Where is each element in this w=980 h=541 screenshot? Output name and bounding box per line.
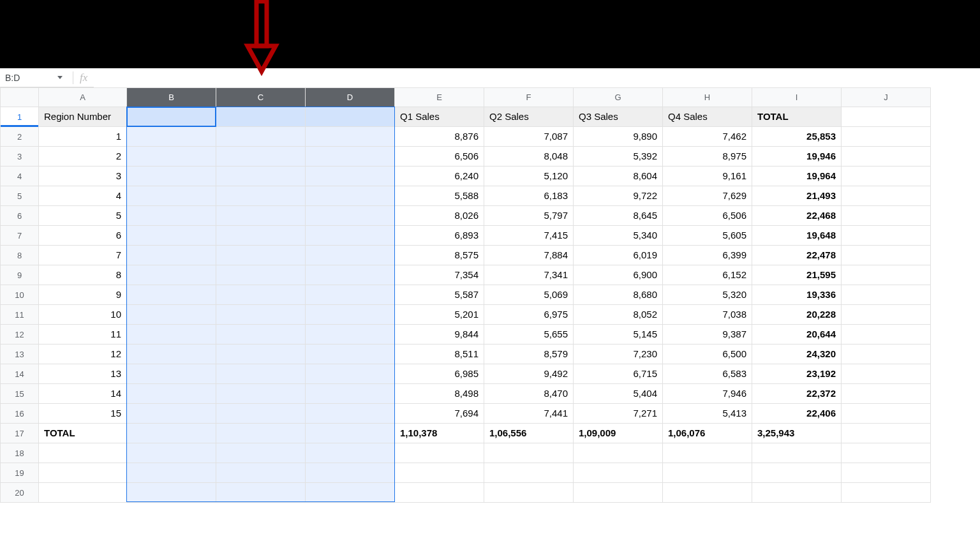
cell-B15[interactable] bbox=[127, 384, 216, 404]
cell-I11[interactable]: 20,228 bbox=[752, 305, 842, 325]
cell-A20[interactable] bbox=[39, 483, 127, 503]
cell-B8[interactable] bbox=[127, 246, 216, 265]
cell-I13[interactable]: 24,320 bbox=[752, 345, 842, 364]
cell-J11[interactable] bbox=[842, 305, 931, 325]
cell-I1[interactable]: TOTAL bbox=[752, 107, 842, 127]
cell-C6[interactable] bbox=[216, 206, 306, 226]
cell-D4[interactable] bbox=[306, 167, 395, 186]
cell-B11[interactable] bbox=[127, 305, 216, 325]
cell-C10[interactable] bbox=[216, 285, 306, 305]
cell-A6[interactable]: 5 bbox=[39, 206, 127, 226]
cell-H12[interactable]: 9,387 bbox=[663, 325, 752, 345]
cell-F7[interactable]: 7,415 bbox=[484, 226, 574, 246]
column-header-B[interactable]: B bbox=[127, 88, 216, 107]
cell-B19[interactable] bbox=[127, 463, 216, 483]
cell-E20[interactable] bbox=[395, 483, 484, 503]
cell-D5[interactable] bbox=[306, 186, 395, 206]
cell-B3[interactable] bbox=[127, 147, 216, 167]
cell-G6[interactable]: 8,645 bbox=[574, 206, 663, 226]
column-header-F[interactable]: F bbox=[484, 88, 574, 107]
column-header-G[interactable]: G bbox=[574, 88, 663, 107]
cell-B1[interactable] bbox=[127, 107, 216, 127]
cell-J17[interactable] bbox=[842, 424, 931, 443]
cell-I16[interactable]: 22,406 bbox=[752, 404, 842, 424]
cell-F9[interactable]: 7,341 bbox=[484, 265, 574, 285]
cell-A4[interactable]: 3 bbox=[39, 167, 127, 186]
cell-H5[interactable]: 7,629 bbox=[663, 186, 752, 206]
cell-E5[interactable]: 5,588 bbox=[395, 186, 484, 206]
cell-I2[interactable]: 25,853 bbox=[752, 127, 842, 147]
cell-G3[interactable]: 5,392 bbox=[574, 147, 663, 167]
cell-D12[interactable] bbox=[306, 325, 395, 345]
cell-H14[interactable]: 6,583 bbox=[663, 364, 752, 384]
cell-A8[interactable]: 7 bbox=[39, 246, 127, 265]
cell-G14[interactable]: 6,715 bbox=[574, 364, 663, 384]
cell-D18[interactable] bbox=[306, 443, 395, 463]
cell-J7[interactable] bbox=[842, 226, 931, 246]
cell-H19[interactable] bbox=[663, 463, 752, 483]
cell-B4[interactable] bbox=[127, 167, 216, 186]
cell-A10[interactable]: 9 bbox=[39, 285, 127, 305]
cell-D13[interactable] bbox=[306, 345, 395, 364]
cell-D19[interactable] bbox=[306, 463, 395, 483]
cell-E17[interactable]: 1,10,378 bbox=[395, 424, 484, 443]
cell-B18[interactable] bbox=[127, 443, 216, 463]
name-box[interactable]: B:D bbox=[4, 73, 66, 83]
cell-E16[interactable]: 7,694 bbox=[395, 404, 484, 424]
cell-E19[interactable] bbox=[395, 463, 484, 483]
cell-J16[interactable] bbox=[842, 404, 931, 424]
cell-B20[interactable] bbox=[127, 483, 216, 503]
cell-J19[interactable] bbox=[842, 463, 931, 483]
cell-J13[interactable] bbox=[842, 345, 931, 364]
cell-B9[interactable] bbox=[127, 265, 216, 285]
cell-A13[interactable]: 12 bbox=[39, 345, 127, 364]
cell-I19[interactable] bbox=[752, 463, 842, 483]
cell-A1[interactable]: Region Number bbox=[39, 107, 127, 127]
cell-G4[interactable]: 8,604 bbox=[574, 167, 663, 186]
cell-J14[interactable] bbox=[842, 364, 931, 384]
row-header-2[interactable]: 2 bbox=[1, 127, 39, 147]
cell-G2[interactable]: 9,890 bbox=[574, 127, 663, 147]
cell-H9[interactable]: 6,152 bbox=[663, 265, 752, 285]
cell-J2[interactable] bbox=[842, 127, 931, 147]
cell-E14[interactable]: 6,985 bbox=[395, 364, 484, 384]
row-header-8[interactable]: 8 bbox=[1, 246, 39, 265]
cell-A9[interactable]: 8 bbox=[39, 265, 127, 285]
cell-A11[interactable]: 10 bbox=[39, 305, 127, 325]
cell-C13[interactable] bbox=[216, 345, 306, 364]
cell-F20[interactable] bbox=[484, 483, 574, 503]
cell-C17[interactable] bbox=[216, 424, 306, 443]
row-header-16[interactable]: 16 bbox=[1, 404, 39, 424]
row-header-13[interactable]: 13 bbox=[1, 345, 39, 364]
cell-F12[interactable]: 5,655 bbox=[484, 325, 574, 345]
cell-G1[interactable]: Q3 Sales bbox=[574, 107, 663, 127]
cell-H6[interactable]: 6,506 bbox=[663, 206, 752, 226]
cell-I9[interactable]: 21,595 bbox=[752, 265, 842, 285]
cell-H20[interactable] bbox=[663, 483, 752, 503]
cell-I15[interactable]: 22,372 bbox=[752, 384, 842, 404]
cell-E4[interactable]: 6,240 bbox=[395, 167, 484, 186]
select-all-corner[interactable] bbox=[1, 88, 39, 107]
cell-C5[interactable] bbox=[216, 186, 306, 206]
cell-F8[interactable]: 7,884 bbox=[484, 246, 574, 265]
cell-C12[interactable] bbox=[216, 325, 306, 345]
cell-H18[interactable] bbox=[663, 443, 752, 463]
cell-H4[interactable]: 9,161 bbox=[663, 167, 752, 186]
cell-H1[interactable]: Q4 Sales bbox=[663, 107, 752, 127]
cell-A12[interactable]: 11 bbox=[39, 325, 127, 345]
cell-G18[interactable] bbox=[574, 443, 663, 463]
spreadsheet-grid[interactable]: ABCDEFGHIJ 1Region NumberQ1 SalesQ2 Sale… bbox=[0, 87, 980, 503]
column-header-H[interactable]: H bbox=[663, 88, 752, 107]
cell-H11[interactable]: 7,038 bbox=[663, 305, 752, 325]
cell-B7[interactable] bbox=[127, 226, 216, 246]
cell-D1[interactable] bbox=[306, 107, 395, 127]
cell-C16[interactable] bbox=[216, 404, 306, 424]
cell-F17[interactable]: 1,06,556 bbox=[484, 424, 574, 443]
cell-G12[interactable]: 5,145 bbox=[574, 325, 663, 345]
cell-D11[interactable] bbox=[306, 305, 395, 325]
cell-I20[interactable] bbox=[752, 483, 842, 503]
cell-D16[interactable] bbox=[306, 404, 395, 424]
formula-input[interactable] bbox=[94, 68, 980, 87]
cell-C15[interactable] bbox=[216, 384, 306, 404]
cell-B14[interactable] bbox=[127, 364, 216, 384]
